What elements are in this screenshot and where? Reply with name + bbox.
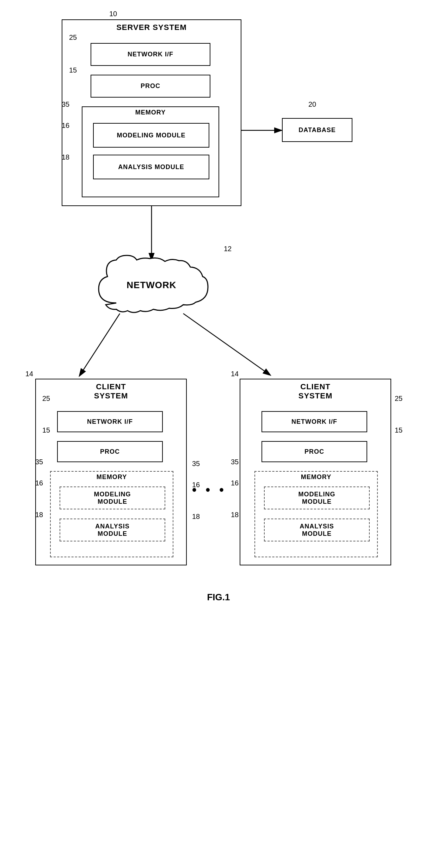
client2-net-ref-25: 25 bbox=[395, 395, 402, 403]
client1-system-box: CLIENTSYSTEM NETWORK I/F PROC MEMORY MOD… bbox=[35, 379, 187, 565]
client1-proc-ref-15: 15 bbox=[42, 426, 50, 434]
network-cloud: NETWORK bbox=[88, 254, 215, 319]
client2-network-if-box: NETWORK I/F bbox=[261, 411, 367, 432]
server-memory-title: MEMORY bbox=[82, 107, 218, 118]
server-analysis-ref-18: 18 bbox=[62, 153, 69, 161]
client1-system-title: CLIENTSYSTEM bbox=[36, 379, 186, 403]
client1-model-ref-16: 16 bbox=[35, 479, 43, 487]
server-network-if-box: NETWORK I/F bbox=[91, 43, 210, 66]
client1-network-if-box: NETWORK I/F bbox=[57, 411, 163, 432]
figure-caption: FIG.1 bbox=[173, 592, 264, 603]
client2-analysis-module-box: ANALYSISMODULE bbox=[264, 519, 370, 541]
server-proc-ref-15: 15 bbox=[69, 66, 77, 74]
client1-ref-14: 14 bbox=[25, 370, 33, 378]
dots-ref-35: 35 bbox=[192, 460, 200, 468]
server-analysis-module-box: ANALYSIS MODULE bbox=[93, 155, 209, 179]
client2-system-title: CLIENTSYSTEM bbox=[240, 379, 390, 403]
client1-memory-box: MEMORY MODELINGMODULE ANALYSISMODULE bbox=[50, 471, 173, 557]
client2-memory-box: MEMORY MODELINGMODULE ANALYSISMODULE bbox=[254, 471, 378, 557]
cloud-svg: NETWORK bbox=[88, 254, 215, 319]
client2-ref-14: 14 bbox=[231, 370, 239, 378]
client1-modeling-module-box: MODELINGMODULE bbox=[60, 486, 165, 509]
client1-net-ref-25: 25 bbox=[42, 395, 50, 403]
client2-proc-ref-15: 15 bbox=[395, 426, 402, 434]
svg-text:NETWORK: NETWORK bbox=[127, 280, 176, 290]
client1-analysis-module-box: ANALYSISMODULE bbox=[60, 519, 165, 541]
server-net-ref-25: 25 bbox=[69, 33, 77, 42]
database-box: DATABASE bbox=[282, 118, 352, 142]
client2-model-ref-16: 16 bbox=[231, 479, 239, 487]
client1-memory-title: MEMORY bbox=[51, 472, 173, 483]
network-ref-12: 12 bbox=[224, 245, 232, 253]
server-memory-box: MEMORY MODELING MODULE ANALYSIS MODULE bbox=[82, 106, 219, 197]
server-modeling-module-box: MODELING MODULE bbox=[93, 123, 209, 148]
svg-line-6 bbox=[183, 314, 268, 373]
client1-mem-ref-35: 35 bbox=[35, 458, 43, 466]
server-mem-ref-35: 35 bbox=[62, 100, 69, 108]
client2-system-box: CLIENTSYSTEM NETWORK I/F PROC MEMORY MOD… bbox=[240, 379, 391, 565]
client2-modeling-module-box: MODELINGMODULE bbox=[264, 486, 370, 509]
client1-proc-box: PROC bbox=[57, 441, 163, 462]
client1-analysis-ref-18: 18 bbox=[35, 511, 43, 519]
client2-analysis-ref-18: 18 bbox=[231, 511, 239, 519]
server-system-title: SERVER SYSTEM bbox=[62, 20, 241, 35]
client2-memory-title: MEMORY bbox=[255, 472, 377, 483]
client2-mem-ref-35: 35 bbox=[231, 458, 239, 466]
dots-ref-18: 18 bbox=[192, 513, 200, 521]
dots-ref-16: 16 bbox=[192, 481, 200, 489]
server-model-ref-16: 16 bbox=[62, 122, 69, 130]
diagram: 10 SERVER SYSTEM NETWORK I/F PROC MEMORY… bbox=[0, 0, 437, 868]
svg-line-5 bbox=[81, 314, 120, 373]
client2-proc-box: PROC bbox=[261, 441, 367, 462]
server-ref-10: 10 bbox=[109, 10, 117, 18]
db-ref-20: 20 bbox=[308, 100, 316, 108]
server-proc-box: PROC bbox=[91, 75, 210, 98]
server-system-box: SERVER SYSTEM NETWORK I/F PROC MEMORY MO… bbox=[62, 19, 241, 206]
